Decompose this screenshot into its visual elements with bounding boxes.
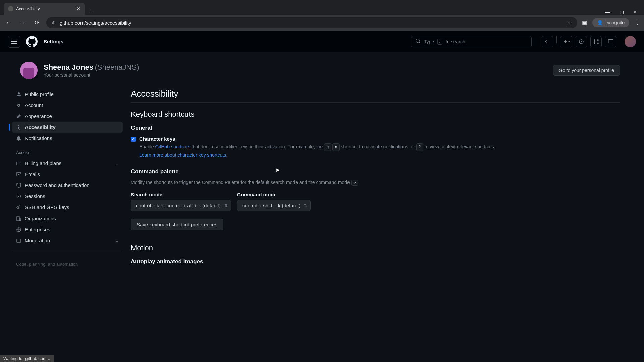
- settings-content: Accessibility Keyboard shortcuts General…: [131, 88, 632, 270]
- svg-point-6: [18, 196, 19, 197]
- window-maximize-button[interactable]: ▢: [620, 9, 624, 15]
- settings-sidebar: Public profile Account Appearance Access…: [12, 88, 123, 270]
- nav-back-button[interactable]: ←: [4, 19, 13, 26]
- browser-menu-button[interactable]: ⋮: [635, 20, 640, 26]
- search-mode-select[interactable]: control + k or control + alt + k (defaul…: [131, 200, 231, 211]
- window-minimize-button[interactable]: —: [605, 9, 610, 15]
- gt-key-badge: >: [351, 180, 358, 186]
- tab-title: Accessibility: [16, 6, 40, 11]
- svg-rect-11: [17, 239, 21, 242]
- chevron-down-icon: ⌄: [115, 238, 119, 243]
- character-keys-description: Enable GitHub shortcuts that don't use m…: [139, 143, 495, 159]
- github-logo-icon[interactable]: [26, 36, 38, 47]
- nav-forward-button[interactable]: →: [18, 19, 28, 26]
- incognito-icon: 👤: [597, 20, 603, 25]
- mail-icon: [16, 172, 21, 177]
- sidebar-label: Emails: [25, 171, 40, 177]
- sidebar-heading-code: Code, planning, and automation: [12, 256, 123, 269]
- page-title: Accessibility: [131, 88, 620, 103]
- sidebar-label: Appearance: [25, 113, 52, 119]
- bell-icon: [16, 136, 21, 141]
- github-shortcuts-link[interactable]: GitHub shortcuts: [155, 144, 190, 149]
- sidebar-item-appearance[interactable]: Appearance: [12, 111, 123, 122]
- browser-status-bar: Waiting for github.com...: [0, 355, 54, 362]
- notifications-button[interactable]: [605, 36, 616, 47]
- search-text-prefix: Type: [424, 39, 434, 44]
- header-breadcrumb[interactable]: Settings: [44, 39, 63, 44]
- sidebar-label: Account: [25, 102, 43, 108]
- nav-reload-button[interactable]: ⟳: [32, 19, 42, 26]
- command-palette-heading: Command palette: [131, 168, 620, 175]
- search-key-hint: /: [437, 39, 442, 45]
- question-key-badge: ?: [416, 143, 423, 151]
- gear-icon: [16, 103, 21, 108]
- profile-display-name: Sheena Jones: [44, 63, 93, 71]
- window-close-button[interactable]: ✕: [633, 9, 637, 15]
- motion-heading: Motion: [131, 244, 620, 252]
- broadcast-icon: [16, 194, 21, 199]
- svg-point-2: [18, 125, 19, 126]
- hamburger-menu-button[interactable]: [8, 36, 20, 48]
- sidebar-heading-access: Access: [12, 144, 123, 158]
- sidebar-item-notifications[interactable]: Notifications: [12, 133, 123, 144]
- character-keys-checkbox[interactable]: ✓: [131, 137, 136, 142]
- create-new-button[interactable]: +▾: [560, 36, 572, 47]
- user-avatar-button[interactable]: [625, 36, 636, 47]
- sidebar-item-account[interactable]: Account: [12, 100, 123, 111]
- svg-rect-8: [17, 217, 19, 221]
- sidebar-item-public-profile[interactable]: Public profile: [12, 88, 123, 100]
- learn-more-link[interactable]: Learn more about character key shortcuts: [139, 152, 226, 158]
- autoplay-heading: Autoplay animated images: [131, 258, 620, 265]
- sidebar-item-enterprises[interactable]: Enterprises: [12, 224, 123, 235]
- sidebar-item-billing[interactable]: Billing and plans ⌄: [12, 158, 123, 169]
- accessibility-icon: [16, 125, 21, 130]
- search-mode-label: Search mode: [131, 192, 231, 197]
- sidebar-label: Moderation: [25, 238, 50, 243]
- site-info-icon[interactable]: ⊕: [52, 20, 56, 25]
- github-header: Settings Type / to search +▾: [0, 31, 644, 52]
- save-keyboard-preferences-button[interactable]: Save keyboard shortcut preferences: [131, 219, 223, 230]
- profile-subtitle: Your personal account: [44, 72, 139, 78]
- go-to-profile-button[interactable]: Go to your personal profile: [553, 65, 620, 76]
- globe-icon: [16, 227, 21, 232]
- url-text: github.com/settings/accessibility: [60, 20, 131, 26]
- browser-tab-bar: Accessibility ✕ + — ▢ ✕: [0, 0, 644, 15]
- command-mode-select[interactable]: control + shift + k (default): [237, 200, 311, 211]
- shield-lock-icon: [16, 183, 21, 188]
- sidebar-item-password[interactable]: Password and authentication: [12, 180, 123, 191]
- command-palette-description: Modify the shortcuts to trigger the Comm…: [131, 180, 620, 186]
- search-input[interactable]: Type / to search: [411, 36, 532, 47]
- window-controls: — ▢ ✕: [605, 9, 644, 15]
- n-key-badge: n: [332, 143, 339, 151]
- sidebar-item-moderation[interactable]: Moderation ⌄: [12, 235, 123, 246]
- incognito-badge[interactable]: 👤 Incognito: [592, 18, 629, 27]
- extensions-icon[interactable]: ▣: [582, 20, 587, 26]
- sidebar-label: Enterprises: [25, 227, 50, 232]
- new-tab-button[interactable]: +: [85, 8, 98, 15]
- credit-card-icon: [16, 161, 21, 166]
- sidebar-item-accessibility[interactable]: Accessibility: [12, 122, 123, 133]
- address-bar[interactable]: ⊕ github.com/settings/accessibility ☆: [46, 17, 577, 28]
- character-keys-label: Character keys: [139, 136, 495, 142]
- sidebar-label: SSH and GPG keys: [25, 204, 69, 210]
- svg-rect-9: [19, 218, 21, 221]
- sidebar-item-sessions[interactable]: Sessions: [12, 191, 123, 202]
- bookmark-star-icon[interactable]: ☆: [568, 20, 572, 26]
- browser-tab[interactable]: Accessibility ✕: [4, 3, 85, 15]
- report-icon: [16, 238, 21, 243]
- sidebar-label: Notifications: [25, 135, 52, 141]
- sidebar-item-emails[interactable]: Emails: [12, 169, 123, 180]
- command-palette-button[interactable]: [542, 36, 553, 47]
- sidebar-item-organizations[interactable]: Organizations: [12, 213, 123, 224]
- sidebar-item-ssh-keys[interactable]: SSH and GPG keys: [12, 202, 123, 213]
- svg-point-1: [581, 41, 582, 42]
- chevron-down-icon: ⌄: [115, 161, 119, 166]
- sidebar-label: Billing and plans: [25, 160, 61, 166]
- issues-button[interactable]: [576, 36, 587, 47]
- organization-icon: [16, 216, 21, 221]
- keyboard-shortcuts-heading: Keyboard shortcuts: [131, 110, 620, 119]
- pull-requests-button[interactable]: [590, 36, 602, 47]
- tab-close-button[interactable]: ✕: [76, 6, 80, 11]
- browser-toolbar: ← → ⟳ ⊕ github.com/settings/accessibilit…: [0, 15, 644, 31]
- command-mode-label: Command mode: [237, 192, 311, 197]
